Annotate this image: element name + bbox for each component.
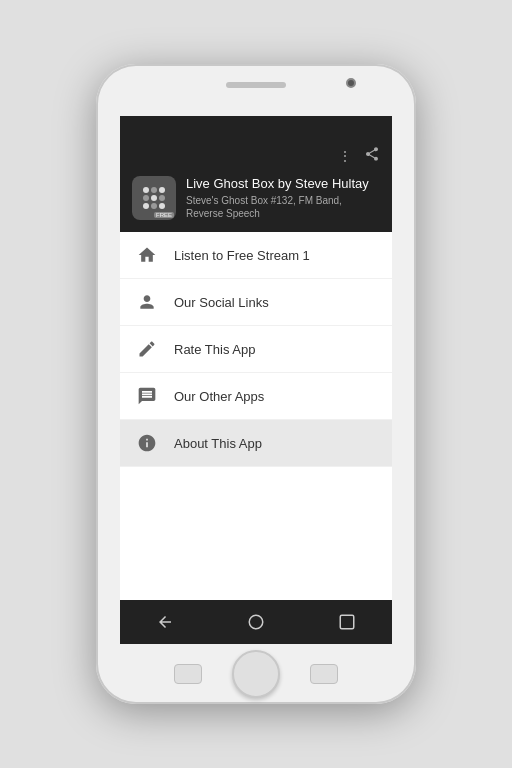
- screen-wrapper: ⋮: [120, 116, 392, 644]
- more-icon[interactable]: ⋮: [338, 148, 352, 164]
- dot: [159, 195, 165, 201]
- home-hard-button[interactable]: [232, 650, 280, 698]
- dot: [151, 203, 157, 209]
- bottom-nav: [120, 600, 392, 644]
- app-info: FREE Live Ghost Box by Steve Hultay Stev…: [132, 176, 380, 220]
- menu-item-listen[interactable]: Listen to Free Stream 1: [120, 232, 392, 279]
- home-button[interactable]: [244, 610, 268, 634]
- phone-top-bar: [96, 64, 416, 116]
- home-icon: [136, 244, 158, 266]
- dot: [143, 203, 149, 209]
- svg-rect-1: [340, 615, 354, 629]
- apps-icon: [136, 385, 158, 407]
- status-bar: [120, 116, 392, 136]
- app-title: Live Ghost Box by Steve Hultay: [186, 176, 380, 191]
- menu-item-about[interactable]: About This App: [120, 420, 392, 467]
- phone-screen: ⋮: [120, 116, 392, 644]
- menu-label-social: Our Social Links: [174, 295, 269, 310]
- dot: [143, 187, 149, 193]
- recent-button[interactable]: [335, 610, 359, 634]
- menu-label-about: About This App: [174, 436, 262, 451]
- back-button[interactable]: [153, 610, 177, 634]
- free-badge: FREE: [154, 212, 174, 218]
- dot: [159, 187, 165, 193]
- dot: [151, 195, 157, 201]
- speaker: [226, 82, 286, 88]
- app-subtitle: Steve's Ghost Box #132, FM Band, Reverse…: [186, 194, 380, 220]
- menu-label-listen: Listen to Free Stream 1: [174, 248, 310, 263]
- camera: [346, 78, 356, 88]
- menu-item-rate[interactable]: Rate This App: [120, 326, 392, 373]
- dot: [159, 203, 165, 209]
- phone-frame: ⋮: [96, 64, 416, 704]
- info-icon: [136, 432, 158, 454]
- svg-point-0: [249, 615, 263, 629]
- menu-label-other-apps: Our Other Apps: [174, 389, 264, 404]
- app-header: ⋮: [120, 136, 392, 232]
- back-soft-key[interactable]: [310, 664, 338, 684]
- app-header-top: ⋮: [132, 146, 380, 166]
- dot: [143, 195, 149, 201]
- rate-icon: [136, 338, 158, 360]
- share-icon[interactable]: [364, 146, 380, 166]
- header-icons: ⋮: [338, 146, 380, 166]
- menu-label-rate: Rate This App: [174, 342, 255, 357]
- dot: [151, 187, 157, 193]
- menu-item-other-apps[interactable]: Our Other Apps: [120, 373, 392, 420]
- phone-bottom: [96, 644, 416, 704]
- recent-soft-key[interactable]: [174, 664, 202, 684]
- drawer-menu: Listen to Free Stream 1 Our Social Links: [120, 232, 392, 600]
- app-icon: FREE: [132, 176, 176, 220]
- person-icon: [136, 291, 158, 313]
- app-icon-dots: [143, 187, 165, 209]
- menu-item-social[interactable]: Our Social Links: [120, 279, 392, 326]
- app-text-info: Live Ghost Box by Steve Hultay Steve's G…: [186, 176, 380, 220]
